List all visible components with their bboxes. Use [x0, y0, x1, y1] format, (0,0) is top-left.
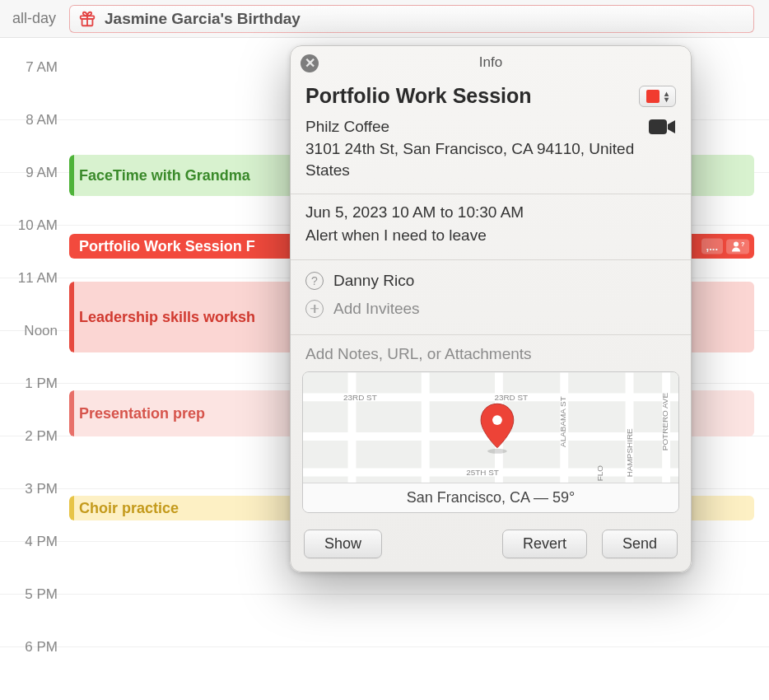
hour-label: 6 PM: [0, 639, 66, 656]
add-invitees-label: Add Invitees: [333, 300, 420, 318]
event-title-label: Portfolio Work Session F: [79, 238, 255, 255]
event-datetime: Jun 5, 2023 10 AM to 10:30 AM: [305, 201, 676, 225]
svg-point-22: [492, 415, 502, 425]
notes-field[interactable]: Add Notes, URL, or Attachments: [291, 335, 691, 371]
event-info-popover: ✕ Info Portfolio Work Session ▴▾ Philz C…: [290, 45, 692, 572]
hour-label: 5 PM: [0, 586, 66, 603]
svg-rect-4: [649, 119, 667, 134]
allday-row: all-day Jasmine Garcia's Birthday: [0, 0, 769, 38]
allday-event-title: Jasmine Garcia's Birthday: [105, 10, 301, 28]
hour-label: 9 AM: [0, 165, 66, 181]
hour-label: 7 AM: [0, 59, 66, 76]
allday-event[interactable]: Jasmine Garcia's Birthday: [69, 5, 754, 33]
hour-label: 2 PM: [0, 428, 66, 445]
allday-label: all-day: [0, 0, 66, 37]
map-weather-footer: San Francisco, CA — 59°: [303, 483, 678, 512]
event-title-label: Choir practice: [79, 500, 179, 517]
svg-text:23RD ST: 23RD ST: [343, 393, 377, 402]
gift-icon: [78, 10, 96, 28]
event-alert-text: Alert when I need to leave: [305, 224, 676, 248]
hour-row: 6 PM: [0, 647, 769, 680]
hour-label: 4 PM: [0, 534, 66, 550]
event-title-label: FaceTime with Grandma: [79, 167, 250, 184]
hour-row: 5 PM: [0, 595, 769, 647]
hour-label: 8 AM: [0, 112, 66, 128]
hour-label: Noon: [0, 323, 66, 339]
popover-header: ✕ Info: [291, 46, 691, 77]
calendar-color-picker[interactable]: ▴▾: [639, 86, 676, 107]
svg-text:ALABAMA ST: ALABAMA ST: [558, 396, 567, 447]
event-badges: ,...?: [701, 239, 749, 254]
revert-button[interactable]: Revert: [502, 530, 587, 558]
event-title[interactable]: Portfolio Work Session: [305, 84, 532, 108]
popover-header-title: Info: [479, 54, 502, 70]
location-map[interactable]: 23RD ST 23RD ST 25TH ST ALABAMA ST POTRE…: [302, 371, 679, 513]
invitee-status-unknown-icon: ?: [305, 272, 324, 290]
event-location-address[interactable]: 3101 24th St, San Francisco, CA 94110, U…: [305, 138, 640, 182]
add-invitees-row[interactable]: Add Invitees: [305, 295, 676, 323]
event-title-label: Leadership skills worksh: [79, 309, 255, 326]
popover-invitees-section: ? Danny Rico Add Invitees: [291, 260, 691, 335]
popover-button-bar: Show Revert Send: [291, 521, 691, 572]
svg-point-2: [734, 241, 739, 246]
event-location-name[interactable]: Philz Coffee: [305, 116, 640, 138]
hour-label: 3 PM: [0, 481, 66, 497]
svg-text:23RD ST: 23RD ST: [494, 393, 528, 402]
svg-text:?: ?: [741, 240, 744, 246]
calendar-color-swatch: [646, 90, 659, 103]
invitee-row[interactable]: ? Danny Rico: [305, 267, 676, 295]
popover-time-section[interactable]: Jun 5, 2023 10 AM to 10:30 AM Alert when…: [291, 194, 691, 260]
svg-text:POTRERO AVE: POTRERO AVE: [660, 392, 669, 450]
hour-label: 11 AM: [0, 270, 66, 287]
invitee-status-icon: ?: [726, 239, 749, 254]
svg-text:FLO: FLO: [595, 464, 604, 481]
show-button[interactable]: Show: [304, 530, 382, 558]
send-button[interactable]: Send: [602, 530, 678, 558]
popover-title-section: Portfolio Work Session ▴▾ Philz Coffee 3…: [291, 77, 691, 194]
svg-point-23: [487, 449, 507, 454]
event-title-label: Presentation prep: [79, 405, 205, 422]
chevrons-icon: ▴▾: [664, 91, 669, 102]
plus-icon: [305, 300, 324, 318]
close-button[interactable]: ✕: [301, 54, 319, 72]
hour-label: 1 PM: [0, 376, 66, 392]
invitee-name: Danny Rico: [333, 272, 414, 290]
svg-text:HAMPSHIRE: HAMPSHIRE: [625, 428, 634, 477]
hour-label: 10 AM: [0, 217, 66, 234]
svg-text:25TH ST: 25TH ST: [466, 468, 499, 477]
video-icon[interactable]: [648, 118, 676, 136]
map-graphic: 23RD ST 23RD ST 25TH ST ALABAMA ST POTRE…: [303, 372, 678, 488]
